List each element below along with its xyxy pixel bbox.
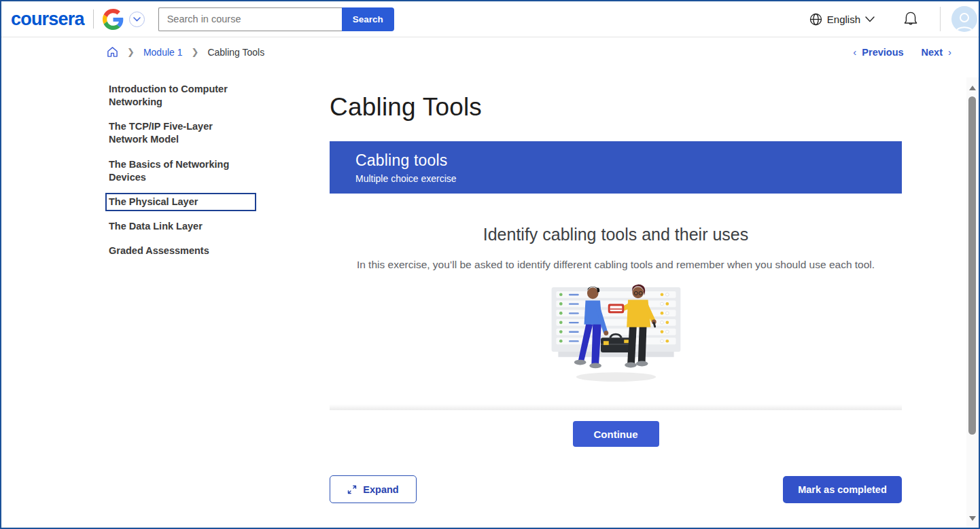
exercise-banner-title: Cabling tools <box>355 151 902 170</box>
vertical-scrollbar[interactable] <box>966 77 979 528</box>
person-icon <box>953 10 976 32</box>
notifications-button[interactable] <box>903 11 918 27</box>
sidebar-item-networking-devices[interactable]: The Basics of Networking Devices <box>105 156 256 187</box>
home-icon <box>107 46 118 58</box>
expand-icon <box>347 485 357 494</box>
breadcrumb-module-link[interactable]: Module 1 <box>143 47 183 58</box>
language-label: English <box>827 14 860 25</box>
exercise-bottom-shadow <box>330 404 902 410</box>
sidebar-item-graded-assessments[interactable]: Graded Assessments <box>105 242 256 260</box>
header-divider <box>940 7 941 31</box>
sidebar-item-data-link-layer[interactable]: The Data Link Layer <box>105 217 256 236</box>
next-label: Next <box>922 47 943 58</box>
chevron-down-icon <box>133 17 141 22</box>
chevron-left-icon: ‹ <box>853 46 856 58</box>
partner-dropdown-button[interactable] <box>129 12 145 27</box>
breadcrumb: ❯ Module 1 ❯ Cabling Tools <box>107 46 264 58</box>
breadcrumb-row: ❯ Module 1 ❯ Cabling Tools ‹ Previous Ne… <box>107 46 951 58</box>
breadcrumb-current: Cabling Tools <box>207 47 264 58</box>
exercise-banner: Cabling tools Multiple choice exercise <box>330 141 902 194</box>
search-input[interactable] <box>158 7 342 31</box>
sidebar-item-physical-layer[interactable]: The Physical Layer <box>105 193 256 211</box>
google-logo-icon[interactable] <box>103 9 124 30</box>
continue-button[interactable]: Continue <box>573 421 659 447</box>
previous-button[interactable]: ‹ Previous <box>853 46 903 58</box>
continue-row: Continue <box>330 421 902 447</box>
scrollbar-thumb[interactable] <box>968 96 976 435</box>
exercise-banner-subtitle: Multiple choice exercise <box>355 173 902 184</box>
scroll-up-arrow[interactable] <box>969 86 976 90</box>
lesson-content: Cabling Tools Cabling tools Multiple cho… <box>330 81 902 503</box>
home-breadcrumb-button[interactable] <box>107 46 118 58</box>
expand-button[interactable]: Expand <box>330 475 417 503</box>
globe-icon <box>809 13 822 26</box>
browser-window: coursera Search English <box>0 0 980 529</box>
lesson-pager: ‹ Previous Next › <box>853 46 951 58</box>
coursera-logo[interactable]: coursera <box>11 9 84 30</box>
previous-label: Previous <box>862 47 903 58</box>
exercise-heading: Identify cabling tools and their uses <box>330 225 902 244</box>
chevron-down-icon <box>865 16 875 22</box>
chevron-right-icon: › <box>948 46 951 58</box>
exercise-body: Identify cabling tools and their uses In… <box>330 225 902 447</box>
top-header: coursera Search English <box>1 1 979 37</box>
search-button[interactable]: Search <box>342 7 394 31</box>
page-title: Cabling Tools <box>330 93 902 122</box>
header-divider <box>93 10 94 29</box>
sidebar-item-tcpip-model[interactable]: The TCP/IP Five-Layer Network Model <box>105 117 256 149</box>
sidebar-item-intro-networking[interactable]: Introduction to Computer Networking <box>105 80 256 111</box>
mark-as-completed-button[interactable]: Mark as completed <box>783 476 902 503</box>
exercise-description: In this exercise, you’ll be asked to ide… <box>330 259 902 271</box>
lesson-footer: Expand Mark as completed <box>330 475 902 503</box>
exercise-illustration <box>540 282 693 385</box>
bell-icon <box>903 11 918 27</box>
scroll-down-arrow[interactable] <box>969 516 976 521</box>
course-search: Search <box>158 7 394 31</box>
breadcrumb-separator: ❯ <box>192 47 199 57</box>
course-outline-sidebar: Introduction to Computer Networking The … <box>105 80 256 266</box>
next-button[interactable]: Next › <box>922 46 951 58</box>
profile-avatar[interactable] <box>951 6 977 32</box>
header-right-group: English <box>809 6 979 32</box>
expand-label: Expand <box>363 484 398 495</box>
breadcrumb-separator: ❯ <box>127 47 135 57</box>
language-selector[interactable]: English <box>809 13 875 26</box>
